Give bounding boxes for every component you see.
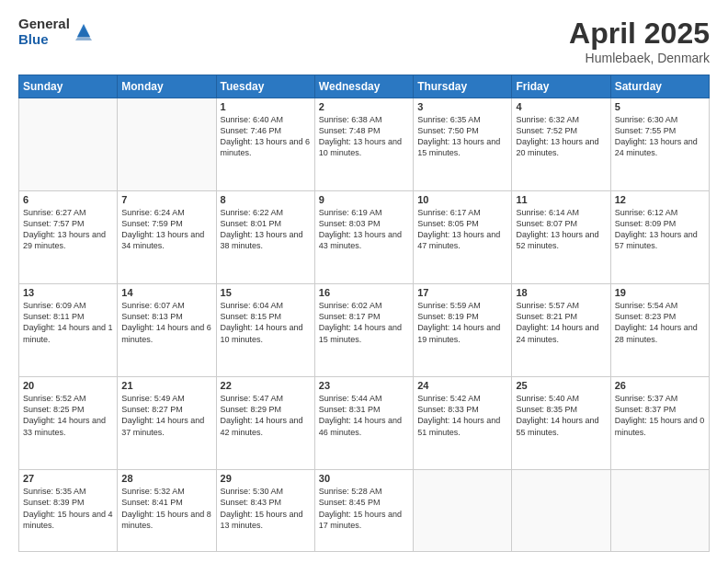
logo: General Blue [18, 17, 94, 47]
week-row-2: 6Sunrise: 6:27 AMSunset: 7:57 PMDaylight… [19, 191, 710, 284]
day-info: Sunrise: 5:47 AMSunset: 8:29 PMDaylight:… [221, 393, 311, 438]
day-cell: 8Sunrise: 6:22 AMSunset: 8:01 PMDaylight… [216, 191, 314, 284]
day-info: Sunrise: 6:04 AMSunset: 8:15 PMDaylight:… [221, 300, 311, 345]
col-header-tuesday: Tuesday [216, 75, 314, 98]
day-info: Sunrise: 5:59 AMSunset: 8:19 PMDaylight:… [417, 300, 507, 345]
day-info: Sunrise: 5:30 AMSunset: 8:43 PMDaylight:… [221, 486, 311, 531]
col-header-sunday: Sunday [19, 75, 118, 98]
day-number: 30 [319, 473, 409, 484]
day-number: 17 [417, 287, 507, 298]
col-header-friday: Friday [512, 75, 610, 98]
title-location: Humlebaek, Denmark [569, 51, 710, 65]
day-cell: 6Sunrise: 6:27 AMSunset: 7:57 PMDaylight… [19, 191, 118, 284]
day-cell: 30Sunrise: 5:28 AMSunset: 8:45 PMDayligh… [314, 470, 413, 552]
day-info: Sunrise: 6:32 AMSunset: 7:52 PMDaylight:… [516, 114, 606, 159]
header: General Blue April 2025 Humlebaek, Denma… [18, 17, 710, 65]
day-info: Sunrise: 5:49 AMSunset: 8:27 PMDaylight:… [121, 393, 211, 438]
day-info: Sunrise: 6:14 AMSunset: 8:07 PMDaylight:… [516, 207, 606, 252]
day-info: Sunrise: 6:30 AMSunset: 7:55 PMDaylight:… [615, 114, 705, 159]
day-info: Sunrise: 5:37 AMSunset: 8:37 PMDaylight:… [615, 393, 705, 438]
day-number: 5 [615, 101, 705, 112]
day-cell: 15Sunrise: 6:04 AMSunset: 8:15 PMDayligh… [216, 284, 314, 377]
day-cell: 7Sunrise: 6:24 AMSunset: 7:59 PMDaylight… [118, 191, 216, 284]
day-info: Sunrise: 6:19 AMSunset: 8:03 PMDaylight:… [319, 207, 409, 252]
day-cell: 13Sunrise: 6:09 AMSunset: 8:11 PMDayligh… [19, 284, 118, 377]
day-cell: 4Sunrise: 6:32 AMSunset: 7:52 PMDaylight… [512, 98, 610, 191]
svg-marker-1 [75, 28, 92, 40]
day-info: Sunrise: 6:12 AMSunset: 8:09 PMDaylight:… [615, 207, 705, 252]
day-number: 8 [221, 194, 311, 205]
day-number: 23 [319, 380, 409, 391]
day-cell: 10Sunrise: 6:17 AMSunset: 8:05 PMDayligh… [414, 191, 512, 284]
day-cell [610, 470, 709, 552]
day-cell [512, 470, 610, 552]
title-month: April 2025 [569, 17, 710, 51]
logo-blue: Blue [18, 32, 70, 48]
day-number: 3 [417, 101, 507, 112]
day-info: Sunrise: 5:57 AMSunset: 8:21 PMDaylight:… [516, 300, 606, 345]
day-cell: 11Sunrise: 6:14 AMSunset: 8:07 PMDayligh… [512, 191, 610, 284]
day-cell: 3Sunrise: 6:35 AMSunset: 7:50 PMDaylight… [414, 98, 512, 191]
day-info: Sunrise: 6:40 AMSunset: 7:46 PMDaylight:… [221, 114, 311, 159]
day-number: 29 [221, 473, 311, 484]
header-row: SundayMondayTuesdayWednesdayThursdayFrid… [19, 75, 710, 98]
day-cell [118, 98, 216, 191]
day-info: Sunrise: 5:35 AMSunset: 8:39 PMDaylight:… [23, 486, 113, 531]
day-number: 28 [121, 473, 211, 484]
day-number: 16 [319, 287, 409, 298]
day-cell: 29Sunrise: 5:30 AMSunset: 8:43 PMDayligh… [216, 470, 314, 552]
calendar-table: SundayMondayTuesdayWednesdayThursdayFrid… [18, 75, 710, 552]
col-header-wednesday: Wednesday [314, 75, 413, 98]
day-info: Sunrise: 5:28 AMSunset: 8:45 PMDaylight:… [319, 486, 409, 531]
day-number: 27 [23, 473, 113, 484]
day-info: Sunrise: 6:38 AMSunset: 7:48 PMDaylight:… [319, 114, 409, 159]
title-block: April 2025 Humlebaek, Denmark [569, 17, 710, 65]
day-cell: 24Sunrise: 5:42 AMSunset: 8:33 PMDayligh… [414, 377, 512, 470]
day-cell: 17Sunrise: 5:59 AMSunset: 8:19 PMDayligh… [414, 284, 512, 377]
day-cell: 25Sunrise: 5:40 AMSunset: 8:35 PMDayligh… [512, 377, 610, 470]
day-number: 10 [417, 194, 507, 205]
logo-text: General Blue [18, 17, 70, 47]
day-info: Sunrise: 5:42 AMSunset: 8:33 PMDaylight:… [417, 393, 507, 438]
week-row-5: 27Sunrise: 5:35 AMSunset: 8:39 PMDayligh… [19, 470, 710, 552]
day-number: 19 [615, 287, 705, 298]
day-info: Sunrise: 6:35 AMSunset: 7:50 PMDaylight:… [417, 114, 507, 159]
day-number: 25 [516, 380, 606, 391]
day-cell: 23Sunrise: 5:44 AMSunset: 8:31 PMDayligh… [314, 377, 413, 470]
day-number: 1 [221, 101, 311, 112]
day-cell: 9Sunrise: 6:19 AMSunset: 8:03 PMDaylight… [314, 191, 413, 284]
day-cell: 18Sunrise: 5:57 AMSunset: 8:21 PMDayligh… [512, 284, 610, 377]
week-row-3: 13Sunrise: 6:09 AMSunset: 8:11 PMDayligh… [19, 284, 710, 377]
day-cell: 14Sunrise: 6:07 AMSunset: 8:13 PMDayligh… [118, 284, 216, 377]
day-cell: 5Sunrise: 6:30 AMSunset: 7:55 PMDaylight… [610, 98, 709, 191]
day-info: Sunrise: 6:22 AMSunset: 8:01 PMDaylight:… [221, 207, 311, 252]
logo-icon [74, 20, 94, 40]
day-number: 15 [221, 287, 311, 298]
day-cell: 28Sunrise: 5:32 AMSunset: 8:41 PMDayligh… [118, 470, 216, 552]
week-row-1: 1Sunrise: 6:40 AMSunset: 7:46 PMDaylight… [19, 98, 710, 191]
day-cell: 22Sunrise: 5:47 AMSunset: 8:29 PMDayligh… [216, 377, 314, 470]
day-number: 12 [615, 194, 705, 205]
col-header-monday: Monday [118, 75, 216, 98]
day-number: 7 [121, 194, 211, 205]
day-info: Sunrise: 5:32 AMSunset: 8:41 PMDaylight:… [121, 486, 211, 531]
day-number: 11 [516, 194, 606, 205]
day-info: Sunrise: 5:40 AMSunset: 8:35 PMDaylight:… [516, 393, 606, 438]
page: General Blue April 2025 Humlebaek, Denma… [0, 0, 728, 563]
day-number: 21 [121, 380, 211, 391]
day-info: Sunrise: 5:44 AMSunset: 8:31 PMDaylight:… [319, 393, 409, 438]
day-cell [414, 470, 512, 552]
day-info: Sunrise: 6:27 AMSunset: 7:57 PMDaylight:… [23, 207, 113, 252]
day-number: 9 [319, 194, 409, 205]
day-info: Sunrise: 6:09 AMSunset: 8:11 PMDaylight:… [23, 300, 113, 345]
day-cell: 27Sunrise: 5:35 AMSunset: 8:39 PMDayligh… [19, 470, 118, 552]
day-info: Sunrise: 5:52 AMSunset: 8:25 PMDaylight:… [23, 393, 113, 438]
day-cell: 2Sunrise: 6:38 AMSunset: 7:48 PMDaylight… [314, 98, 413, 191]
day-cell: 21Sunrise: 5:49 AMSunset: 8:27 PMDayligh… [118, 377, 216, 470]
day-number: 26 [615, 380, 705, 391]
day-cell: 26Sunrise: 5:37 AMSunset: 8:37 PMDayligh… [610, 377, 709, 470]
day-number: 14 [121, 287, 211, 298]
day-info: Sunrise: 6:07 AMSunset: 8:13 PMDaylight:… [121, 300, 211, 345]
day-cell: 12Sunrise: 6:12 AMSunset: 8:09 PMDayligh… [610, 191, 709, 284]
day-cell: 16Sunrise: 6:02 AMSunset: 8:17 PMDayligh… [314, 284, 413, 377]
